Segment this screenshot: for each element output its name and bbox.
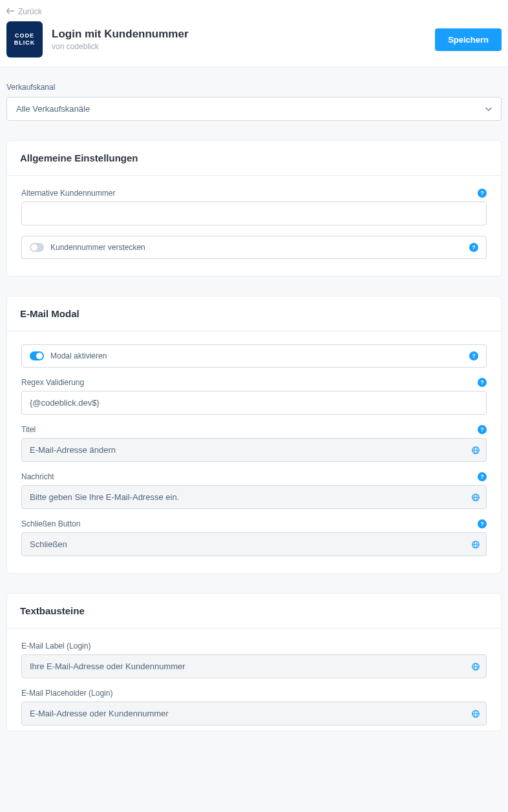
card-body: Modal aktivieren ? Regex Validierung ? T…: [7, 331, 501, 573]
brand-tile-text: CODE BLICK: [14, 32, 36, 47]
help-icon[interactable]: ?: [478, 519, 487, 528]
card-title: Textbausteine: [20, 605, 488, 616]
activate-modal-field: Modal aktivieren ?: [21, 344, 487, 368]
input-wrap: [21, 654, 487, 678]
globe-icon[interactable]: [471, 493, 480, 502]
titel-input[interactable]: [21, 438, 487, 462]
card-title: E-Mail Modal: [20, 308, 488, 319]
sales-channel-label: Verkaufskanal: [6, 83, 502, 92]
field-label-row: E-Mail Placeholder (Login): [21, 689, 487, 698]
input-wrap: [21, 702, 487, 725]
toggle-knob: [31, 244, 37, 251]
arrow-left-icon: [6, 7, 14, 16]
card-body: Alternative Kundennummer ? Kundennummer …: [7, 176, 501, 276]
hide-customer-number-toggle[interactable]: [30, 243, 44, 252]
card-header: Allgemeine Einstellungen: [7, 141, 501, 176]
field-label-row: Regex Validierung ?: [21, 378, 487, 387]
help-icon[interactable]: ?: [478, 378, 487, 387]
page-header: Zurück CODE BLICK Login mit Kundennummer…: [0, 0, 508, 67]
back-link[interactable]: Zurück: [6, 7, 42, 16]
alt-customer-number-input[interactable]: [21, 202, 487, 225]
globe-icon[interactable]: [471, 662, 480, 671]
globe-icon[interactable]: [471, 540, 480, 549]
email-placeholder-login-field: E-Mail Placeholder (Login): [21, 689, 487, 725]
help-icon[interactable]: ?: [478, 189, 487, 198]
help-icon[interactable]: ?: [478, 472, 487, 481]
help-icon[interactable]: ?: [478, 425, 487, 434]
field-label: Alternative Kundennummer: [21, 189, 115, 198]
email-label-login-field: E-Mail Label (Login): [21, 641, 487, 678]
card-general-settings: Allgemeine Einstellungen Alternative Kun…: [6, 140, 502, 276]
card-title: Allgemeine Einstellungen: [20, 152, 488, 163]
brand-tile: CODE BLICK: [6, 21, 43, 57]
close-button-field: Schließen Button ?: [21, 519, 487, 556]
sales-channel-value: Alle Verkaufskanäle: [16, 104, 90, 114]
card-email-modal: E-Mail Modal Modal aktivieren ? Regex Va…: [6, 296, 502, 574]
toggle-label: Modal aktivieren: [50, 351, 107, 360]
activate-modal-toggle[interactable]: [30, 351, 44, 360]
field-label: Schließen Button: [21, 519, 80, 528]
toggle-label: Kundennummer verstecken: [50, 243, 145, 252]
main-content: Verkaufskanal Alle Verkaufskanäle Allgem…: [0, 67, 508, 744]
field-label-row: Nachricht ?: [21, 472, 487, 481]
help-icon[interactable]: ?: [469, 351, 478, 360]
nachricht-field: Nachricht ?: [21, 472, 487, 509]
card-header: E-Mail Modal: [7, 297, 501, 331]
title-block: Login mit Kundennummer von codeblick: [52, 28, 426, 51]
save-button[interactable]: Speichern: [435, 28, 502, 51]
regex-input[interactable]: [21, 391, 487, 415]
toggle-knob: [36, 353, 43, 359]
field-label: Nachricht: [21, 472, 54, 481]
globe-icon[interactable]: [471, 446, 480, 455]
field-label-row: Alternative Kundennummer ?: [21, 189, 487, 198]
globe-icon[interactable]: [471, 709, 480, 718]
close-button-input[interactable]: [21, 532, 487, 556]
card-body: E-Mail Label (Login) E-Mail Placeholder …: [7, 629, 501, 731]
help-icon[interactable]: ?: [469, 243, 478, 252]
toggle-row: Kundennummer verstecken ?: [21, 236, 487, 259]
page-subtitle: von codeblick: [52, 42, 426, 51]
sales-channel-select[interactable]: Alle Verkaufskanäle: [6, 97, 502, 121]
hide-customer-number-field: Kundennummer verstecken ?: [21, 236, 487, 259]
page-title: Login mit Kundennummer: [52, 28, 426, 41]
field-label-row: Titel ?: [21, 425, 487, 434]
field-label-row: E-Mail Label (Login): [21, 641, 487, 651]
field-label: Titel: [21, 425, 36, 434]
back-label: Zurück: [18, 7, 42, 16]
field-label: Regex Validierung: [21, 378, 84, 387]
email-placeholder-login-input[interactable]: [21, 702, 487, 725]
card-header: Textbausteine: [7, 594, 501, 629]
input-wrap: [21, 438, 487, 462]
regex-field: Regex Validierung ?: [21, 378, 487, 415]
email-label-login-input[interactable]: [21, 654, 487, 678]
nachricht-input[interactable]: [21, 485, 487, 509]
input-wrap: [21, 485, 487, 509]
header-row: CODE BLICK Login mit Kundennummer von co…: [6, 21, 502, 57]
alt-customer-number-field: Alternative Kundennummer ?: [21, 189, 487, 225]
card-textbausteine: Textbausteine E-Mail Label (Login) E-Mai…: [6, 593, 502, 731]
field-label: E-Mail Label (Login): [21, 641, 90, 651]
chevron-down-icon: [485, 107, 492, 111]
input-wrap: [21, 532, 487, 556]
field-label-row: Schließen Button ?: [21, 519, 487, 528]
titel-field: Titel ?: [21, 425, 487, 462]
field-label: E-Mail Placeholder (Login): [21, 689, 112, 698]
toggle-row: Modal aktivieren ?: [21, 344, 487, 368]
